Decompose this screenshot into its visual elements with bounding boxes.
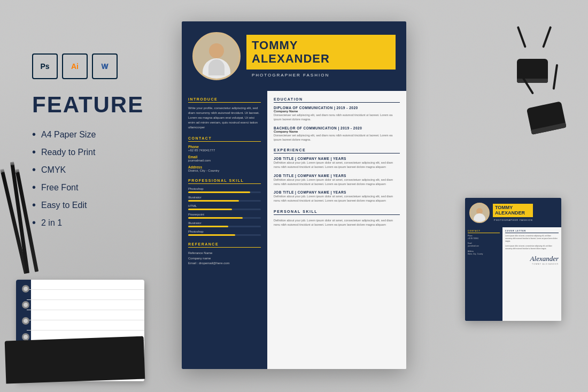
clip-1-handle-l [517,26,527,48]
clip-1-ridge [517,79,548,83]
edu-item-2: BACHELOR OF COMMUNICATION | 2019 - 2020 … [274,126,400,142]
referance-email: Email : dropemail@here.com [188,261,261,266]
introduce-section: INTRODUCE Write your profile, consectetu… [188,97,261,130]
signature-script: Alexander [505,255,559,263]
illustrator-icon: Ai [62,53,88,79]
small-resume-subtitle: PHOTOGRAPHER FASHION [494,219,533,221]
referance-heading: REFERANCE [188,242,261,248]
small-resume-header: TOMMY ALEXANDER PHOTOGRAPHER FASHION [465,198,561,227]
exp-1-title: JOB TITLE | COMPANY NAME | YEARS [274,157,400,160]
clip-2-handle-r [553,64,559,90]
edu-1-desc: Donsectetuer set adipiscing elit, sed di… [274,113,400,122]
signature-block: Alexander TOMMY ALEXANDER [505,255,559,265]
resume-body: INTRODUCE Write your profile, consectetu… [182,91,406,369]
resume-name-line1: TOMMY [252,39,387,52]
resume-left-column: INTRODUCE Write your profile, consectetu… [182,91,267,369]
small-cover-text: Lorem ipsum dolor sit amet, consectetur … [505,235,559,250]
signature-label: TOMMY ALEXANDER [505,263,559,265]
address-value: District, City - Country [188,169,261,172]
exp-3-title: JOB TITLE | COMPANY NAME | YEARS [274,190,400,194]
ring-1 [22,285,29,293]
email-value: journalmail.com [188,159,261,162]
address-label: Address [188,165,261,169]
notebook-decoration [0,258,160,381]
resume-header: TOMMY ALEXANDER PHOTOGRAPHER FASHION [182,21,406,91]
skill-illustrator-2: Illustrator [188,221,261,227]
introduce-heading: INTRODUCE [188,97,261,103]
experience-heading: EXPERIENCE [274,148,400,153]
contact-heading: CONTACT [188,136,261,142]
black-folder [5,336,145,383]
small-resume-avatar [469,203,490,223]
feature-item-edit: Easy to Edit [32,199,171,211]
svg-text:W: W [102,63,108,70]
small-left-column: CONTACT Phone+62 85 743041Emailjournalma… [465,227,502,321]
ring-3 [22,317,29,325]
introduce-text: Write your profile, consectetur adipisci… [188,106,261,130]
education-section: EDUCATION DIPLOMA OF COMMUNICATION | 201… [274,97,400,142]
referance-section: REFERANCE Referance Name Company name Em… [188,242,261,266]
exp-item-2: JOB TITLE | COMPANY NAME | YEARS Definit… [274,174,400,187]
phone-value: +62 85 743041777 [188,149,261,152]
small-right-column: COVER LETTER Lorem ipsum dolor sit amet,… [502,227,561,321]
small-cover-heading: COVER LETTER [505,230,559,233]
feature-item-font: Free Font [32,181,171,194]
small-resume-body: CONTACT Phone+62 85 743041Emailjournalma… [465,227,561,321]
edu-1-title: DIPLOMA OF COMMUNICATION | 2019 - 2020 [274,106,400,110]
exp-3-desc: Definition about your job. Lorem ipsum d… [274,194,400,203]
contact-section: CONTACT Phone +62 85 743041777 Email jou… [188,136,261,172]
ring-2 [22,301,29,309]
exp-2-title: JOB TITLE | COMPANY NAME | YEARS [274,174,400,178]
skill-photoshop: Photoshop [188,187,261,193]
email-label: Email [188,155,261,159]
software-icons: Ps Ai W W [32,53,171,79]
feature-item-a4: A4 Paper Size [32,128,171,141]
ring-4 [22,333,29,341]
resume-name-line2: ALEXANDER [252,52,387,65]
left-panel: Ps Ai W W FEATURE A4 Paper Size Ready to… [32,53,171,234]
phone-label: Phone [188,145,261,149]
edu-item-1: DIPLOMA OF COMMUNICATION | 2019 - 2020 C… [274,106,400,122]
main-resume-card: TOMMY ALEXANDER PHOTOGRAPHER FASHION INT… [182,21,406,369]
small-contact-heading: CONTACT [468,230,500,233]
contact-address: Address District, City - Country [188,165,261,172]
education-heading: EDUCATION [274,97,400,103]
exp-item-1: JOB TITLE | COMPANY NAME | YEARS Definit… [274,157,400,170]
personal-skill-desc: Definition about your job. Lorem ipsum d… [274,218,400,227]
skill-powerpoint: Powerpoint [188,213,261,219]
small-name-line2: ALEXANDER [495,211,530,216]
contact-phone: Phone +62 85 743041777 [188,145,261,152]
referance-company: Company name [188,256,261,262]
skills-heading: PROFESSIONAL SKILL [188,179,261,184]
exp-2-desc: Definition about your job. Lorem ipsum d… [274,178,400,187]
resume-right-column: EDUCATION DIPLOMA OF COMMUNICATION | 201… [267,91,406,369]
small-resume-card: TOMMY ALEXANDER PHOTOGRAPHER FASHION CON… [465,198,561,321]
exp-1-desc: Definition about your job. Lorem ipsum d… [274,160,400,170]
resume-avatar [192,32,241,80]
small-contact-text: Phone+62 85 743041Emailjournalmail.comAd… [468,235,500,255]
skill-html: HTML [188,204,261,210]
feature-item-2in1: 2 in 1 [32,217,171,229]
binder-clip-2 [522,79,571,135]
resume-name-block: TOMMY ALEXANDER PHOTOGRAPHER FASHION [249,35,396,77]
clip-1-handle-r [542,26,552,48]
skills-section: PROFESSIONAL SKILL Photoshop Illustrator… [188,179,261,236]
personal-skill-heading: PERSONAL SKILL [274,210,400,215]
feature-title: FEATURE [32,92,171,118]
small-name-block: TOMMY ALEXANDER PHOTOGRAPHER FASHION [493,204,533,222]
edu-2-title: BACHELOR OF COMMUNICATION | 2019 - 2020 [274,126,400,130]
contact-email: Email journalmail.com [188,155,261,162]
skill-photoshop-2: Photoshop [188,230,261,236]
resume-name-bg: TOMMY ALEXANDER [246,35,396,69]
personal-skill-section: PERSONAL SKILL Definition about your job… [274,210,400,227]
exp-item-3: JOB TITLE | COMPANY NAME | YEARS Definit… [274,190,400,203]
word-icon: W W [92,53,118,79]
experience-section: EXPERIENCE JOB TITLE | COMPANY NAME | YE… [274,148,400,203]
photoshop-icon: Ps [32,53,58,79]
small-name-bg: TOMMY ALEXANDER [493,204,533,218]
referance-name: Referance Name [188,251,261,256]
edu-2-desc: Donsectetuer set adipiscing elit, sed di… [274,133,400,142]
feature-item-print: Ready to Print [32,146,171,158]
feature-item-cmyk: CMYK [32,164,171,176]
feature-list: A4 Paper Size Ready to Print CMYK Free F… [32,128,171,229]
